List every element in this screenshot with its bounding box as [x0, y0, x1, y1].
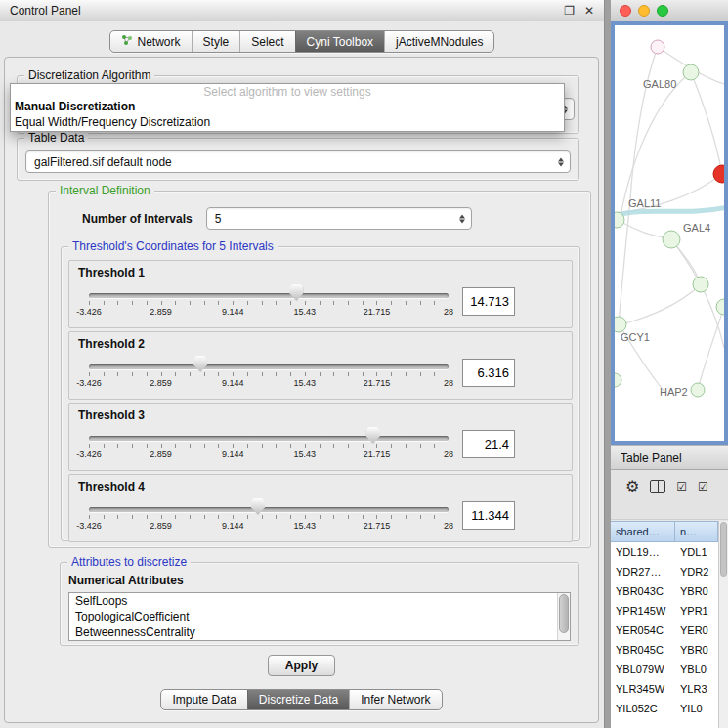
checkbox-icon[interactable]: ☑: [698, 480, 708, 493]
columns-icon[interactable]: [650, 480, 665, 493]
cell[interactable]: YLR3: [675, 679, 718, 699]
network-node[interactable]: [663, 231, 680, 248]
cell[interactable]: YER0: [675, 621, 718, 640]
cell[interactable]: YPR1: [675, 601, 718, 621]
table-panel: Table Panel ⚙ ☑ ☑ shared… n… YDL19…YDL1 …: [611, 445, 728, 728]
cell[interactable]: YLR345W: [611, 679, 675, 699]
table-row[interactable]: YDL19…YDL1: [611, 542, 718, 562]
tab-label: Select: [251, 35, 283, 49]
network-node[interactable]: [615, 317, 626, 332]
column-header-name[interactable]: n…: [675, 521, 718, 542]
tab-cyni-toolbox[interactable]: Cyni Toolbox: [295, 31, 384, 52]
cell[interactable]: YBR0: [675, 581, 718, 601]
table-row[interactable]: YLR345WYLR3: [611, 679, 718, 699]
network-canvas[interactable]: GAL80 GAL11 GAL4 GCY1 HAP2: [615, 25, 724, 441]
dropdown-placeholder: Select algorithm to view settings: [11, 84, 564, 99]
scrollbar-thumb[interactable]: [559, 594, 569, 633]
tab-infer-network[interactable]: Infer Network: [349, 690, 441, 709]
gear-icon[interactable]: ⚙: [625, 479, 639, 494]
threshold-slider-thumb[interactable]: [366, 427, 380, 444]
table-row[interactable]: YBL079WYBL0: [611, 660, 718, 679]
scale-tick-label: 9.144: [222, 378, 244, 388]
list-item-betweennesscentrality[interactable]: BetweennessCentrality: [69, 624, 570, 640]
number-of-intervals-row: Number of Intervals 5: [82, 207, 472, 230]
number-of-intervals-combobox[interactable]: 5: [206, 207, 472, 230]
threshold-row: Threshold 2 -3.426 2.859 9.144 1: [68, 331, 573, 400]
tab-label: Infer Network: [361, 693, 430, 707]
scrollbar-thumb[interactable]: [720, 522, 727, 577]
cell[interactable]: YER054C: [611, 621, 675, 640]
table-header-row: shared… n…: [611, 521, 718, 542]
slider-scale: -3.426 2.859 9.144 15.43 21.715 28: [89, 307, 449, 318]
network-node[interactable]: [693, 277, 708, 292]
table-row[interactable]: YBR043CYBR0: [611, 581, 718, 601]
tab-jactivemnodules[interactable]: jActiveMNodules: [384, 31, 493, 52]
list-item-topologicalcoefficient[interactable]: TopologicalCoefficient: [69, 609, 570, 624]
scale-tick-label: -3.426: [76, 521, 102, 531]
float-window-icon[interactable]: ❐: [564, 4, 575, 18]
threshold-row: Threshold 3 -3.426 2.859 9.144 1: [68, 403, 573, 471]
table-row[interactable]: YER054CYER0: [611, 621, 718, 640]
scale-tick-label: 9.144: [222, 307, 244, 317]
cell[interactable]: YDR27…: [611, 562, 675, 581]
tab-select[interactable]: Select: [239, 31, 294, 52]
cell[interactable]: YBL0: [675, 660, 718, 679]
table-row[interactable]: YDR27…YDR2: [611, 562, 718, 581]
threshold-value-field[interactable]: 21.4: [462, 430, 515, 458]
threshold-slider-thumb[interactable]: [193, 356, 207, 372]
threshold-slider-thumb[interactable]: [251, 498, 265, 515]
column-header-shared-name[interactable]: shared…: [611, 521, 675, 542]
cell[interactable]: YDR2: [675, 562, 718, 581]
tab-style[interactable]: Style: [192, 31, 240, 52]
threshold-label: Threshold 2: [78, 337, 563, 351]
threshold-slider: -3.426 2.859 9.144 15.43 21.715 28: [89, 352, 449, 393]
table-scrollbar[interactable]: [718, 521, 728, 728]
tab-impute-data[interactable]: Impute Data: [161, 690, 246, 709]
zoom-traffic-light-icon[interactable]: [657, 5, 668, 17]
dropdown-option-manual-discretization[interactable]: Manual Discretization: [11, 99, 564, 114]
cell[interactable]: YIL0: [675, 699, 718, 718]
tab-network[interactable]: Network: [110, 31, 192, 52]
network-node[interactable]: [651, 40, 664, 54]
slider-track[interactable]: [89, 436, 449, 441]
minimize-traffic-light-icon[interactable]: [638, 5, 650, 17]
slider-track[interactable]: [89, 364, 449, 369]
threshold-slider-thumb[interactable]: [289, 284, 303, 301]
dropdown-option-equal-width-frequency[interactable]: Equal Width/Frequency Discretization: [11, 114, 564, 130]
network-node[interactable]: [615, 373, 621, 387]
close-icon[interactable]: ✕: [584, 4, 594, 18]
checkbox-icon[interactable]: ☑: [676, 480, 687, 493]
network-node[interactable]: [716, 299, 724, 315]
threshold-label: Threshold 3: [78, 408, 563, 422]
threshold-value-field[interactable]: 6.316: [462, 359, 515, 387]
cell[interactable]: YDL1: [675, 542, 718, 562]
network-node[interactable]: [691, 383, 705, 397]
scale-tick-label: 21.715: [364, 378, 391, 388]
close-traffic-light-icon[interactable]: [620, 5, 631, 17]
cell[interactable]: YIL052C: [611, 699, 675, 718]
slider-scale: -3.426 2.859 9.144 15.43 21.715 28: [89, 521, 449, 532]
table-row[interactable]: YBR045CYBR0: [611, 640, 718, 660]
cell[interactable]: YBR043C: [611, 581, 675, 601]
cell[interactable]: YPR145W: [611, 601, 675, 621]
cell[interactable]: YBR0: [675, 640, 718, 660]
threshold-value-field[interactable]: 11.344: [462, 501, 515, 530]
table-data-combobox[interactable]: galFiltered.sif default node: [25, 150, 571, 173]
table-row[interactable]: YPR145WYPR1: [611, 601, 718, 621]
slider-ticks: [89, 372, 449, 376]
scale-tick-label: 9.144: [222, 450, 244, 459]
threshold-value-field[interactable]: 14.713: [462, 287, 515, 316]
tab-discretize-data[interactable]: Discretize Data: [247, 690, 349, 709]
list-item-selfloops[interactable]: SelfLoops: [69, 593, 570, 609]
apply-button[interactable]: Apply: [268, 655, 335, 676]
cell[interactable]: YBL079W: [611, 660, 675, 679]
list-scrollbar[interactable]: [557, 593, 570, 640]
slider-track[interactable]: [89, 507, 449, 512]
cell[interactable]: YDL19…: [611, 542, 675, 562]
network-node-selected[interactable]: [713, 165, 724, 183]
cell[interactable]: YBR045C: [611, 640, 675, 660]
table-row[interactable]: YIL052CYIL0: [611, 699, 718, 718]
slider-track[interactable]: [89, 293, 449, 298]
network-graph: GAL80 GAL11 GAL4 GCY1 HAP2: [615, 25, 724, 441]
network-node[interactable]: [683, 64, 699, 80]
